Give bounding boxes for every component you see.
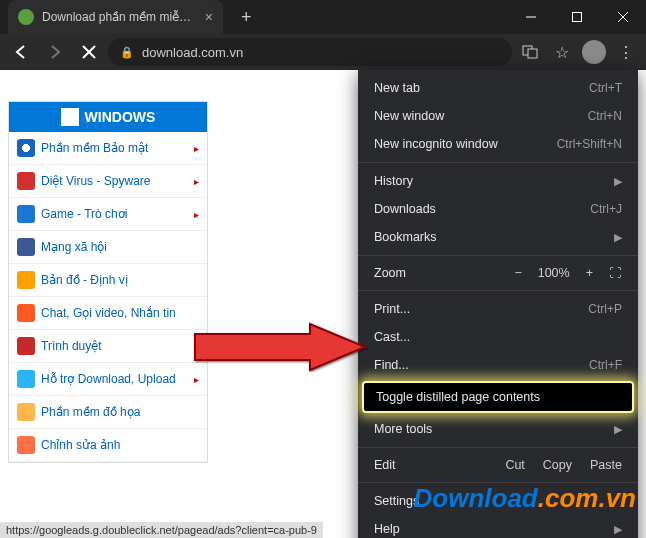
menu-help[interactable]: Help▶ (358, 515, 638, 538)
menu-label: Settings (374, 494, 419, 508)
menu-edit-row: EditCutCopyPaste (358, 452, 638, 478)
sidebar-item-label: Trình duyệt (41, 339, 102, 353)
sidebar-item-games[interactable]: Game - Trò chơi▸ (9, 198, 207, 231)
menu-label: Downloads (374, 202, 436, 216)
menu-zoom: Zoom−100%+⛶ (358, 260, 638, 286)
cut-button[interactable]: Cut (505, 458, 524, 472)
menu-find[interactable]: Find...Ctrl+F (358, 351, 638, 379)
menu-print[interactable]: Print...Ctrl+P (358, 295, 638, 323)
sidebar-item-chat[interactable]: Chat, Gọi video, Nhắn tin (9, 297, 207, 330)
zoom-in-button[interactable]: + (586, 266, 593, 280)
sidebar-item-security[interactable]: Phần mềm Bảo mật▸ (9, 132, 207, 165)
sidebar-item-maps[interactable]: Bản đồ - Định vị (9, 264, 207, 297)
menu-new-window[interactable]: New windowCtrl+N (358, 102, 638, 130)
tab-favicon (18, 9, 34, 25)
chevron-right-icon: ▶ (614, 423, 622, 436)
menu-bookmarks[interactable]: Bookmarks▶ (358, 223, 638, 251)
bookmark-star-icon[interactable]: ☆ (548, 38, 576, 66)
menu-label: Help (374, 522, 400, 536)
shortcut-label: Ctrl+T (589, 81, 622, 95)
menu-separator (358, 290, 638, 291)
watermark: Download.com.vn (414, 483, 636, 514)
zoom-out-button[interactable]: − (514, 266, 521, 280)
menu-label: Edit (374, 458, 396, 472)
close-window-button[interactable] (600, 0, 646, 34)
menu-incognito[interactable]: New incognito windowCtrl+Shift+N (358, 130, 638, 158)
social-icon (17, 238, 35, 256)
windows-logo-icon (61, 108, 79, 126)
sidebar-item-social[interactable]: Mạng xã hội (9, 231, 207, 264)
photo-edit-icon (17, 436, 35, 454)
shield-icon (17, 139, 35, 157)
shortcut-label: Ctrl+N (588, 109, 622, 123)
shortcut-label: Ctrl+F (589, 358, 622, 372)
new-tab-button[interactable]: + (241, 7, 252, 28)
menu-label: History (374, 174, 413, 188)
menu-label: New tab (374, 81, 420, 95)
url-text: download.com.vn (142, 45, 243, 60)
back-button[interactable] (6, 37, 36, 67)
zoom-level: 100% (538, 266, 570, 280)
sidebar-item-photo[interactable]: Chỉnh sửa ảnh (9, 429, 207, 462)
sidebar-header-label: WINDOWS (85, 109, 156, 125)
menu-toggle-distilled[interactable]: Toggle distilled page contents (362, 381, 634, 413)
sidebar-item-label: Chỉnh sửa ảnh (41, 438, 120, 452)
svg-rect-7 (528, 49, 537, 58)
menu-button[interactable]: ⋮ (612, 38, 640, 66)
browser-icon (17, 337, 35, 355)
stop-button[interactable] (74, 37, 104, 67)
browser-toolbar: 🔒 download.com.vn ☆ ⋮ (0, 34, 646, 70)
chat-icon (17, 304, 35, 322)
sidebar-item-download[interactable]: Hỗ trợ Download, Upload▸ (9, 363, 207, 396)
annotation-arrow (190, 322, 370, 376)
menu-more-tools[interactable]: More tools▶ (358, 415, 638, 443)
sidebar-item-label: Phần mềm đồ họa (41, 405, 140, 419)
menu-label: Find... (374, 358, 409, 372)
sidebar-item-antivirus[interactable]: Diệt Virus - Spyware▸ (9, 165, 207, 198)
menu-label: New incognito window (374, 137, 498, 151)
translate-icon[interactable] (516, 38, 544, 66)
menu-new-tab[interactable]: New tabCtrl+T (358, 74, 638, 102)
sidebar-item-browser[interactable]: Trình duyệt (9, 330, 207, 363)
maximize-button[interactable] (554, 0, 600, 34)
menu-separator (358, 162, 638, 163)
menu-cast[interactable]: Cast... (358, 323, 638, 351)
sidebar-item-label: Game - Trò chơi (41, 207, 127, 221)
close-tab-icon[interactable]: × (205, 9, 213, 25)
sidebar-item-graphics[interactable]: Phần mềm đồ họa (9, 396, 207, 429)
chevron-right-icon: ▶ (614, 231, 622, 244)
download-icon (17, 370, 35, 388)
chevron-right-icon: ▶ (614, 523, 622, 536)
minimize-button[interactable] (508, 0, 554, 34)
menu-label: More tools (374, 422, 432, 436)
menu-downloads[interactable]: DownloadsCtrl+J (358, 195, 638, 223)
fullscreen-icon[interactable]: ⛶ (609, 266, 622, 280)
address-bar[interactable]: 🔒 download.com.vn (108, 38, 512, 66)
paste-button[interactable]: Paste (590, 458, 622, 472)
chevron-right-icon: ▸ (194, 176, 199, 187)
lock-icon: 🔒 (120, 46, 134, 59)
sidebar-item-label: Diệt Virus - Spyware (41, 174, 150, 188)
sidebar-header: WINDOWS (9, 102, 207, 132)
sidebar-item-label: Mạng xã hội (41, 240, 107, 254)
shortcut-label: Ctrl+J (590, 202, 622, 216)
forward-button[interactable] (40, 37, 70, 67)
menu-history[interactable]: History▶ (358, 167, 638, 195)
antivirus-icon (17, 172, 35, 190)
watermark-part2: .com.vn (538, 483, 636, 513)
sidebar-item-label: Hỗ trợ Download, Upload (41, 372, 176, 386)
browser-tab[interactable]: Download phần mềm miễn phí c × (8, 0, 223, 34)
tab-title: Download phần mềm miễn phí c (42, 10, 197, 24)
profile-avatar[interactable] (580, 38, 608, 66)
sidebar: WINDOWS Phần mềm Bảo mật▸ Diệt Virus - S… (8, 101, 208, 463)
map-icon (17, 271, 35, 289)
chevron-right-icon: ▶ (614, 175, 622, 188)
graphics-icon (17, 403, 35, 421)
menu-label: Cast... (374, 330, 410, 344)
sidebar-item-label: Chat, Gọi video, Nhắn tin (41, 306, 176, 320)
shortcut-label: Ctrl+Shift+N (557, 137, 622, 151)
copy-button[interactable]: Copy (543, 458, 572, 472)
watermark-part1: Download (414, 483, 538, 513)
menu-separator (358, 255, 638, 256)
chevron-right-icon: ▸ (194, 209, 199, 220)
